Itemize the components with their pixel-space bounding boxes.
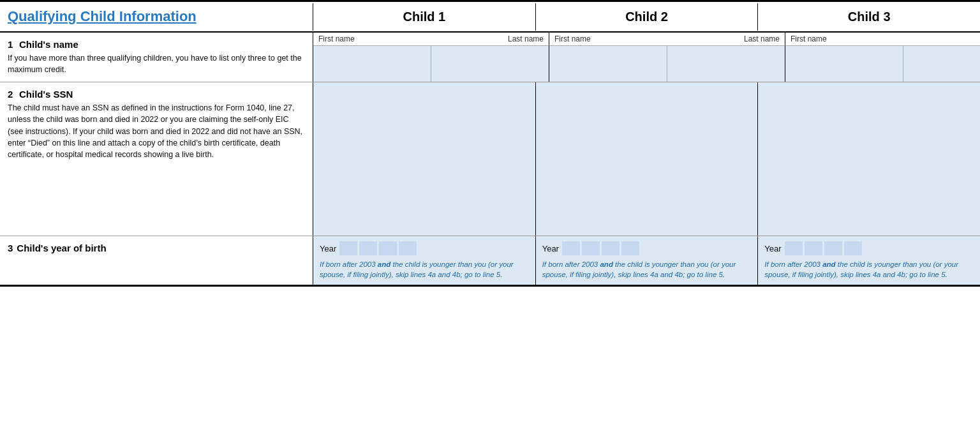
- child2-last-name-label: Last name: [667, 34, 780, 43]
- child3-year-digit-1[interactable]: [785, 241, 803, 255]
- child1-name-input-area: [313, 46, 549, 82]
- child3-last-name-input[interactable]: [903, 46, 980, 82]
- child1-year-boxes: [339, 241, 417, 255]
- child1-year-digit-2[interactable]: [359, 241, 377, 255]
- child2-header: Child 2: [535, 3, 758, 31]
- child1-year-label: Year: [320, 244, 336, 253]
- child3-year-digit-4[interactable]: [844, 241, 862, 255]
- child1-year-note: If born after 2003 and the child is youn…: [320, 259, 529, 280]
- child3-name-header: First name Last name: [785, 33, 980, 46]
- child1-year-note-bold: and: [378, 260, 390, 268]
- child2-year-label-row: Year: [542, 241, 752, 255]
- child2-name-cell: First name Last name: [549, 33, 785, 82]
- header-row: Qualifying Child Information Child 1 Chi…: [0, 2, 980, 33]
- form-title-cell: Qualifying Child Information: [0, 2, 313, 31]
- child2-ssn-input[interactable]: [535, 82, 758, 236]
- child2-year-note: If born after 2003 and the child is youn…: [542, 259, 752, 280]
- row2-label-cell: 2 Child's SSN The child must have an SSN…: [0, 82, 313, 236]
- child1-ssn-input[interactable]: [313, 82, 535, 236]
- child2-first-name-input[interactable]: [549, 46, 667, 82]
- row-childs-ssn: 2 Child's SSN The child must have an SSN…: [0, 82, 980, 236]
- child3-last-name-label: Last name: [903, 34, 981, 43]
- child2-year-note-bold: and: [600, 260, 612, 268]
- child3-year-label-row: Year: [764, 241, 974, 255]
- child2-first-name-label: First name: [554, 34, 667, 43]
- child2-name-input-area: [549, 46, 785, 82]
- child2-year-digit-3[interactable]: [602, 241, 620, 255]
- form-container: Qualifying Child Information Child 1 Chi…: [0, 0, 980, 287]
- child3-header: Child 3: [757, 3, 980, 31]
- child3-ssn-input[interactable]: [757, 82, 980, 236]
- child3-first-name-input[interactable]: [785, 46, 903, 82]
- child1-first-name-input[interactable]: [313, 46, 431, 82]
- child1-year-cell: Year If born after 2003 and the child is…: [313, 236, 535, 285]
- child2-name-header: First name Last name: [549, 33, 785, 46]
- child2-year-boxes: [562, 241, 639, 255]
- child3-name-input-area: [785, 46, 980, 82]
- child1-last-name-label: Last name: [431, 34, 544, 43]
- row2-description: The child must have an SSN as defined in…: [8, 102, 305, 160]
- child3-year-note-text1: If born after 2003: [764, 260, 822, 268]
- child3-year-note-bold: and: [822, 260, 835, 268]
- row1-title: Child's name: [19, 39, 78, 50]
- child1-year-digit-1[interactable]: [339, 241, 357, 255]
- row2-number: 2: [8, 89, 13, 100]
- child3-year-cell: Year If born after 2003 and the child is…: [757, 236, 980, 285]
- form-title-link[interactable]: Qualifying Child Information: [8, 8, 197, 24]
- child2-year-digit-4[interactable]: [621, 241, 639, 255]
- row2-title: Child's SSN: [19, 89, 73, 100]
- child2-year-cell: Year If born after 2003 and the child is…: [535, 236, 758, 285]
- child2-year-note-text1: If born after 2003: [542, 260, 600, 268]
- row-childs-year-of-birth: 3 Child's year of birth Year If born aft…: [0, 236, 980, 285]
- child1-year-digit-3[interactable]: [379, 241, 397, 255]
- child1-header: Child 1: [313, 3, 535, 31]
- child3-year-digit-3[interactable]: [824, 241, 842, 255]
- row1-label-cell: 1 Child's name If you have more than thr…: [0, 33, 313, 82]
- child1-name-header: First name Last name: [313, 33, 549, 46]
- child1-year-note-text1: If born after 2003: [320, 260, 378, 268]
- child2-year-digit-1[interactable]: [562, 241, 580, 255]
- child3-year-digit-2[interactable]: [805, 241, 822, 255]
- child3-year-boxes: [785, 241, 862, 255]
- child3-year-label: Year: [764, 244, 781, 253]
- child1-first-name-label: First name: [318, 34, 431, 43]
- child1-last-name-input[interactable]: [431, 46, 549, 82]
- child2-year-digit-2[interactable]: [582, 241, 600, 255]
- row3-title: Child's year of birth: [17, 243, 106, 253]
- child1-year-label-row: Year: [320, 241, 529, 255]
- child3-first-name-label: First name: [791, 34, 903, 43]
- child1-year-digit-4[interactable]: [399, 241, 417, 255]
- row1-number: 1: [8, 39, 13, 50]
- row-childs-name: 1 Child's name If you have more than thr…: [0, 33, 980, 82]
- child3-name-cell: First name Last name: [785, 33, 980, 82]
- row1-description: If you have more than three qualifying c…: [8, 52, 305, 75]
- child2-last-name-input[interactable]: [667, 46, 785, 82]
- row3-label-cell: 3 Child's year of birth: [0, 236, 313, 285]
- child1-name-cell: First name Last name: [313, 33, 549, 82]
- row3-number: 3: [8, 243, 13, 253]
- child2-year-label: Year: [542, 244, 559, 253]
- child3-year-note: If born after 2003 and the child is youn…: [764, 259, 974, 280]
